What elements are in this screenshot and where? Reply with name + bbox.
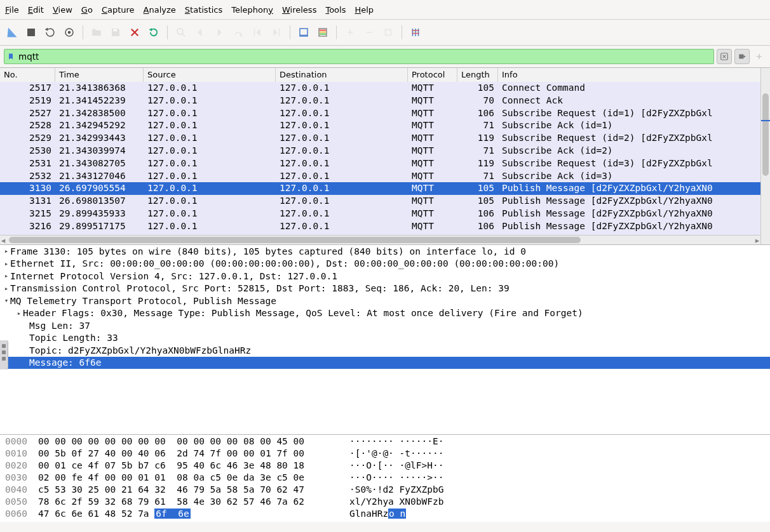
- svg-point-4: [177, 29, 183, 34]
- packet-list-hscroll[interactable]: ◂ ▸: [0, 235, 760, 244]
- tree-ethernet[interactable]: ▸Ethernet II, Src: 00:00:00_00:00:00 (00…: [0, 258, 770, 270]
- display-filter-input[interactable]: [17, 51, 711, 62]
- packet-row[interactable]: 253221.343127046127.0.0.1127.0.0.1MQTT71…: [0, 170, 760, 183]
- menu-telephony[interactable]: Telephony: [231, 5, 273, 15]
- start-capture-button[interactable]: [4, 24, 20, 41]
- menu-analyze[interactable]: Analyze: [144, 5, 176, 15]
- tree-mqtt[interactable]: ▾MQ Telemetry Transport Protocol, Publis…: [0, 295, 770, 307]
- go-to-packet-button[interactable]: [230, 24, 247, 41]
- packet-bytes-pane[interactable]: 000000 00 00 00 00 00 00 00 00 00 00 00 …: [0, 435, 770, 522]
- resize-columns-button[interactable]: [407, 24, 424, 41]
- menubar: File Edit View Go Capture Analyze Statis…: [0, 0, 770, 20]
- go-back-button[interactable]: [192, 24, 208, 41]
- menu-view[interactable]: View: [53, 5, 72, 15]
- menu-statistics[interactable]: Statistics: [185, 5, 222, 15]
- menu-wireless[interactable]: Wireless: [282, 5, 316, 15]
- menu-tools[interactable]: Tools: [325, 5, 346, 15]
- packet-row[interactable]: 252721.342838500127.0.0.1127.0.0.1MQTT10…: [0, 107, 760, 120]
- zoom-out-button[interactable]: [361, 24, 377, 41]
- menu-capture[interactable]: Capture: [102, 5, 135, 15]
- tree-mqtt-header[interactable]: ▸Header Flags: 0x30, Message Type: Publi…: [0, 307, 770, 320]
- packet-row[interactable]: 251721.341386368127.0.0.1127.0.0.1MQTT10…: [0, 82, 760, 95]
- packet-row[interactable]: 313026.697905554127.0.0.1127.0.0.1MQTT10…: [0, 182, 760, 195]
- zoom-in-button[interactable]: [342, 24, 358, 41]
- clear-filter-button[interactable]: [717, 49, 732, 64]
- tree-mqtt-topiclen[interactable]: Topic Length: 33: [0, 332, 770, 345]
- tree-tcp[interactable]: ▸Transmission Control Protocol, Src Port…: [0, 283, 770, 295]
- hex-row[interactable]: 0040c5 53 30 25 00 21 64 32 46 79 5a 58 …: [0, 484, 770, 496]
- packet-row[interactable]: 252921.342993443127.0.0.1127.0.0.1MQTT11…: [0, 132, 760, 145]
- svg-rect-10: [386, 30, 391, 36]
- save-file-button[interactable]: [107, 24, 124, 41]
- svg-rect-7: [320, 30, 327, 31]
- tree-mqtt-msglen[interactable]: Msg Len: 37: [0, 319, 770, 332]
- go-first-button[interactable]: [249, 24, 266, 41]
- capture-options-button[interactable]: [61, 24, 78, 41]
- packet-details-pane[interactable]: ▸Frame 3130: 105 bytes on wire (840 bits…: [0, 245, 770, 435]
- svg-rect-8: [320, 32, 327, 33]
- menu-go[interactable]: Go: [81, 5, 93, 15]
- hex-row[interactable]: 006047 6c 6e 61 48 52 7a 6f 6eGlnaHRzo n: [0, 509, 770, 521]
- apply-filter-button[interactable]: [734, 49, 750, 64]
- packet-row[interactable]: 253021.343039974127.0.0.1127.0.0.1MQTT71…: [0, 145, 760, 157]
- menu-edit[interactable]: Edit: [28, 5, 44, 15]
- tree-mqtt-message[interactable]: Message: 6f6e: [0, 357, 770, 369]
- col-info[interactable]: Info: [498, 68, 760, 82]
- svg-rect-0: [27, 29, 35, 36]
- packet-row[interactable]: 321629.899517175127.0.0.1127.0.0.1MQTT10…: [0, 220, 760, 233]
- open-file-button[interactable]: [88, 24, 105, 41]
- packet-list-vscroll[interactable]: [760, 68, 770, 244]
- display-filter-bar: [0, 46, 770, 68]
- packet-row[interactable]: 252821.342945292127.0.0.1127.0.0.1MQTT71…: [0, 119, 760, 132]
- stop-capture-button[interactable]: [23, 24, 39, 41]
- hex-row[interactable]: 000000 00 00 00 00 00 00 00 00 00 00 00 …: [0, 436, 770, 448]
- packet-list-header[interactable]: No. Time Source Destination Protocol Len…: [0, 68, 760, 83]
- col-no[interactable]: No.: [0, 68, 55, 82]
- restart-capture-button[interactable]: [42, 24, 58, 41]
- pane-drag-handle[interactable]: [0, 340, 8, 369]
- col-protocol[interactable]: Protocol: [408, 68, 457, 82]
- find-button[interactable]: [173, 24, 189, 41]
- svg-point-2: [68, 31, 71, 34]
- col-destination[interactable]: Destination: [276, 68, 408, 82]
- packet-row[interactable]: 253121.343082705127.0.0.1127.0.0.1MQTT11…: [0, 157, 760, 170]
- menu-help[interactable]: Help: [355, 5, 374, 15]
- colorize-button[interactable]: [314, 24, 331, 41]
- go-last-button[interactable]: [268, 24, 285, 41]
- hex-row[interactable]: 001000 5b 0f 27 40 00 40 06 2d 74 7f 00 …: [0, 448, 770, 460]
- go-forward-button[interactable]: [211, 24, 227, 41]
- col-length[interactable]: Length: [457, 68, 498, 82]
- menu-file[interactable]: File: [5, 5, 19, 15]
- packet-row[interactable]: 251921.341452239127.0.0.1127.0.0.1MQTT70…: [0, 95, 760, 107]
- svg-rect-3: [113, 29, 117, 32]
- hex-row[interactable]: 003002 00 fe 4f 00 00 01 01 08 0a c5 0e …: [0, 472, 770, 484]
- tree-ip[interactable]: ▸Internet Protocol Version 4, Src: 127.0…: [0, 270, 770, 283]
- reload-button[interactable]: [145, 24, 162, 41]
- col-time[interactable]: Time: [55, 68, 144, 82]
- auto-scroll-button[interactable]: [295, 24, 312, 41]
- toolbar: [0, 20, 770, 46]
- hex-row[interactable]: 002000 01 ce 4f 07 5b b7 c6 95 40 6c 46 …: [0, 460, 770, 472]
- hex-row[interactable]: 005078 6c 2f 59 32 68 79 61 58 4e 30 62 …: [0, 496, 770, 509]
- packet-row[interactable]: 321529.899435933127.0.0.1127.0.0.1MQTT10…: [0, 208, 760, 220]
- zoom-reset-button[interactable]: [380, 24, 396, 41]
- close-file-button[interactable]: [126, 24, 143, 41]
- tree-frame[interactable]: ▸Frame 3130: 105 bytes on wire (840 bits…: [0, 245, 770, 258]
- packet-row[interactable]: 313126.698013507127.0.0.1127.0.0.1MQTT10…: [0, 195, 760, 208]
- display-filter-input-wrap[interactable]: [4, 49, 714, 64]
- tree-mqtt-topic[interactable]: Topic: d2FyZXZpbGxl/Y2hyaXN0bWFzbGlnaHRz: [0, 344, 770, 357]
- packet-list-pane: No. Time Source Destination Protocol Len…: [0, 68, 770, 245]
- bookmark-icon: [7, 52, 15, 61]
- col-source[interactable]: Source: [144, 68, 276, 82]
- packet-list-body[interactable]: 251721.341386368127.0.0.1127.0.0.1MQTT10…: [0, 82, 760, 244]
- add-filter-button[interactable]: [752, 50, 766, 63]
- svg-rect-9: [320, 34, 327, 35]
